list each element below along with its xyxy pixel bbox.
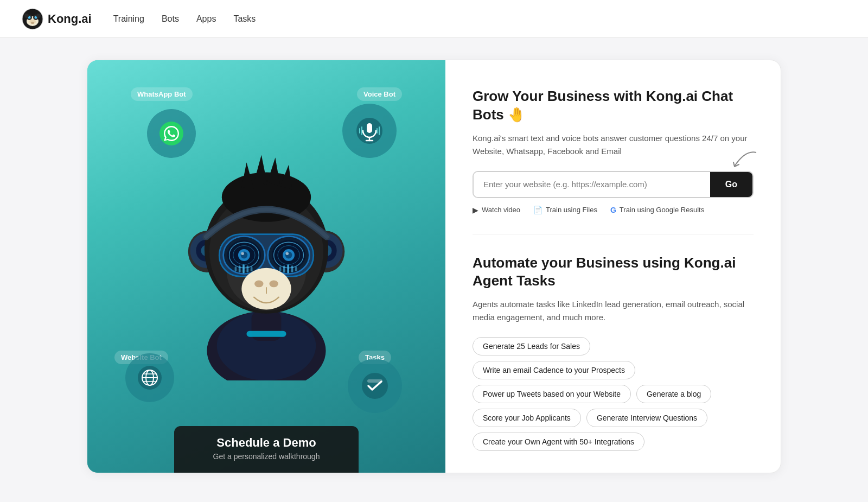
svg-rect-76 (291, 265, 293, 272)
task-pill[interactable]: Write an email Cadence to your Prospects (473, 361, 635, 379)
url-input-row: Go (473, 171, 754, 198)
task-pill[interactable]: Power up Tweets based on your Website (473, 385, 631, 403)
svg-marker-45 (254, 155, 267, 185)
whatsapp-circle (147, 109, 196, 158)
globe-icon (137, 365, 163, 391)
demo-title: Schedule a Demo (201, 436, 331, 450)
monkey-face (174, 152, 359, 380)
logo-link[interactable]: Kong.ai (22, 8, 92, 30)
voice-circle (342, 104, 397, 158)
svg-rect-77 (295, 266, 297, 271)
whatsapp-icon (158, 120, 184, 147)
google-icon: G (610, 206, 616, 214)
chatbots-description: Kong.ai's smart text and voice bots answ… (473, 132, 754, 158)
train-google-link[interactable]: G Train using Google Results (610, 206, 704, 214)
svg-rect-70 (242, 264, 245, 273)
demo-banner[interactable]: Schedule a Demo Get a personalized walkt… (174, 426, 359, 473)
voice-icon (355, 117, 384, 145)
svg-rect-74 (283, 265, 285, 272)
pills-grid: Generate 25 Leads for SalesWrite an emai… (473, 337, 754, 451)
section-divider (473, 234, 754, 234)
hero-image-section: WhatsApp Bot Voice Bot Website Bot Tasks (87, 60, 445, 473)
hero-right: Grow Your Business with Kong.ai Chat Bot… (445, 60, 781, 473)
svg-rect-12 (367, 123, 372, 133)
svg-rect-71 (246, 265, 248, 272)
nav-item-apps[interactable]: Apps (196, 14, 216, 23)
voice-label: Voice Bot (357, 87, 402, 101)
svg-rect-69 (239, 265, 241, 272)
svg-rect-75 (287, 264, 289, 273)
nav-item-bots[interactable]: Bots (162, 14, 179, 23)
demo-subtitle: Get a personalized walkthrough (201, 452, 331, 461)
task-pill[interactable]: Generate Interview Questions (586, 409, 707, 427)
whatsapp-label: WhatsApp Bot (131, 87, 193, 101)
train-google-label: Train using Google Results (620, 206, 704, 214)
sub-links-row: ▶ Watch video 📄 Train using Files G Trai… (473, 206, 754, 214)
navbar: Kong.ai Training Bots Apps Tasks (0, 0, 868, 38)
task-pill[interactable]: Score your Job Applicants (473, 409, 581, 427)
svg-point-65 (254, 281, 263, 288)
task-pill[interactable]: Generate a blog (636, 385, 711, 403)
svg-marker-46 (267, 157, 280, 186)
logo-icon (22, 8, 43, 30)
watch-video-label: Watch video (482, 206, 520, 214)
train-files-link[interactable]: 📄 Train using Files (533, 206, 597, 214)
svg-rect-72 (251, 266, 253, 271)
task-pill[interactable]: Generate 25 Leads for Sales (473, 337, 590, 355)
svg-point-7 (31, 22, 34, 24)
svg-point-9 (36, 14, 41, 18)
chatbots-title: Grow Your Business with Kong.ai Chat Bot… (473, 87, 754, 124)
tasks-section: Automate your Business using Kong.ai Age… (473, 254, 754, 452)
arrow-hint-icon (729, 147, 762, 169)
tasks-title: Automate your Business using Kong.ai Age… (473, 254, 754, 291)
nav-links: Training Bots Apps Tasks (113, 14, 256, 24)
watch-video-link[interactable]: ▶ Watch video (473, 206, 520, 214)
svg-rect-30 (246, 331, 286, 337)
svg-rect-73 (279, 266, 282, 271)
svg-point-25 (362, 373, 388, 399)
monkey-illustration: WhatsApp Bot Voice Bot Website Bot Tasks (87, 60, 445, 473)
checkmark-icon (361, 372, 389, 400)
go-button[interactable]: Go (710, 172, 752, 197)
svg-rect-68 (235, 266, 237, 271)
website-input-wrapper: Go (473, 171, 754, 198)
svg-point-8 (24, 14, 29, 18)
svg-point-66 (269, 281, 278, 288)
hero-card: WhatsApp Bot Voice Bot Website Bot Tasks (87, 60, 781, 473)
nav-item-training[interactable]: Training (113, 14, 144, 23)
website-circle (125, 353, 174, 402)
svg-point-60 (241, 252, 244, 255)
nav-item-tasks[interactable]: Tasks (233, 14, 256, 23)
logo-text: Kong.ai (48, 12, 92, 26)
main-content: WhatsApp Bot Voice Bot Website Bot Tasks (0, 38, 868, 495)
tasks-description: Agents automate tasks like LinkedIn lead… (473, 298, 754, 324)
chatbots-section: Grow Your Business with Kong.ai Chat Bot… (473, 87, 754, 214)
svg-point-10 (159, 122, 183, 145)
svg-point-63 (286, 252, 289, 255)
train-files-label: Train using Files (546, 206, 597, 214)
url-input[interactable] (474, 172, 710, 197)
task-pill[interactable]: Create your Own Agent with 50+ Integrati… (473, 433, 644, 451)
play-icon: ▶ (473, 206, 478, 214)
file-icon: 📄 (533, 206, 542, 214)
